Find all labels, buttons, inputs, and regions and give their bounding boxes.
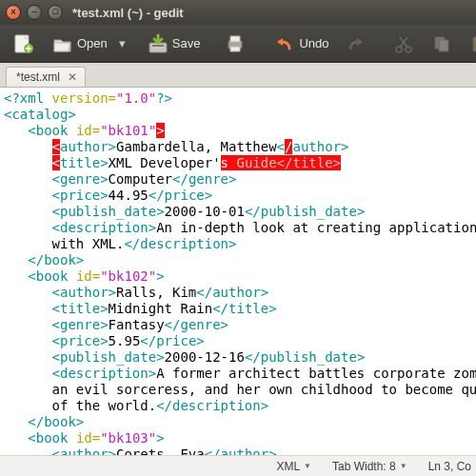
svg-point-11 <box>406 47 411 52</box>
open-dropdown[interactable]: ▾ <box>116 29 129 59</box>
cut-button[interactable] <box>387 29 424 59</box>
window-titlebar: × – ▢ *test.xml (~) - gedit <box>0 0 476 25</box>
tab-width-label: Tab Width: 8 <box>332 460 396 473</box>
svg-rect-4 <box>152 45 164 47</box>
file-tab[interactable]: *test.xml ✕ <box>6 67 86 87</box>
search-highlight: s <box>221 155 228 170</box>
window-minimize-button[interactable]: – <box>27 5 42 20</box>
save-button[interactable]: Save <box>141 29 208 59</box>
redo-button[interactable] <box>338 29 376 59</box>
chevron-down-icon: ▼ <box>400 462 407 470</box>
paste-button[interactable] <box>464 29 476 59</box>
redo-icon <box>345 33 366 54</box>
search-highlight: < <box>52 155 60 170</box>
svg-rect-14 <box>473 37 476 51</box>
window-controls: × – ▢ <box>6 5 63 20</box>
search-highlight: < <box>52 139 60 154</box>
svg-rect-7 <box>230 47 240 51</box>
close-tab-button[interactable]: ✕ <box>66 70 79 84</box>
cursor-position: Ln 3, Co <box>420 458 472 475</box>
cut-icon <box>394 34 413 53</box>
svg-rect-6 <box>230 36 240 42</box>
save-icon <box>148 33 169 54</box>
tab-label: *test.xml <box>16 70 60 84</box>
undo-icon <box>274 33 295 54</box>
chevron-down-icon: ▼ <box>304 462 311 470</box>
search-highlight-selected: Guide</title> <box>228 155 341 170</box>
print-button[interactable] <box>218 29 256 59</box>
svg-marker-8 <box>277 38 283 46</box>
status-bar: XML ▼ Tab Width: 8 ▼ Ln 3, Co <box>0 455 476 476</box>
save-label: Save <box>172 36 201 50</box>
tab-width-selector[interactable]: Tab Width: 8 ▼ <box>324 458 416 475</box>
undo-button[interactable]: Undo <box>268 29 335 59</box>
search-highlight: > <box>156 123 164 138</box>
open-label: Open <box>77 36 108 50</box>
new-file-button[interactable] <box>6 29 44 59</box>
window-maximize-button[interactable]: ▢ <box>48 5 63 20</box>
open-button[interactable]: Open <box>46 29 114 59</box>
svg-point-10 <box>396 47 402 52</box>
copy-icon <box>432 34 451 53</box>
window-close-button[interactable]: × <box>6 5 21 20</box>
language-selector[interactable]: XML ▼ <box>268 458 320 475</box>
copy-button[interactable] <box>426 29 462 59</box>
svg-marker-9 <box>357 38 363 46</box>
new-file-icon <box>12 33 33 54</box>
open-icon <box>52 33 73 54</box>
window-title: *test.xml (~) - gedit <box>72 6 184 20</box>
tab-strip: *test.xml ✕ <box>0 63 476 88</box>
paste-icon <box>470 34 476 53</box>
undo-label: Undo <box>299 36 328 50</box>
main-toolbar: Open ▾ Save Undo <box>0 25 476 63</box>
language-label: XML <box>276 460 300 473</box>
print-icon <box>225 33 246 54</box>
svg-rect-13 <box>439 40 448 51</box>
text-editor[interactable]: <?xml version="1.0"?> <catalog> <book id… <box>0 88 476 455</box>
